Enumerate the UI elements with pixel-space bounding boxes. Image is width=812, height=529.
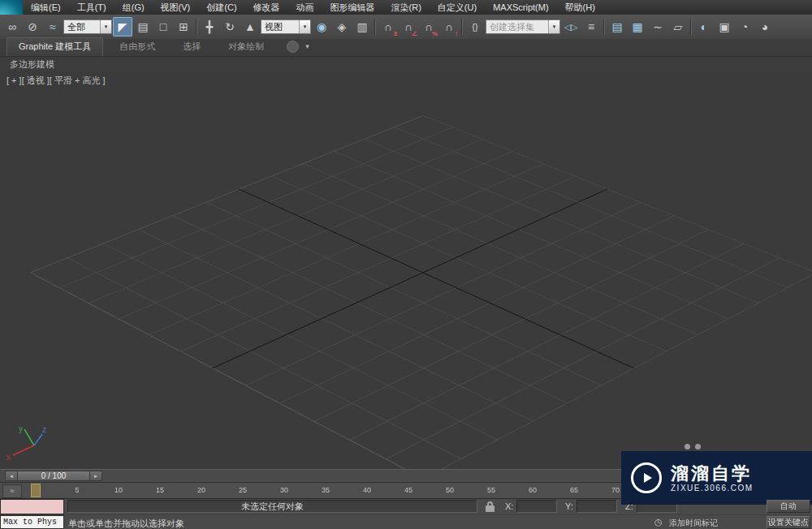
tab-freeform[interactable]: 自由形式 [108, 38, 166, 56]
trackbar-tick: 60 [529, 486, 537, 494]
trackbar-tick: 5 [75, 486, 79, 494]
snaps-toggle-button[interactable]: ∩3 [378, 17, 398, 37]
ribbon-subtab-polygon-modeling[interactable]: 多边形建模 [10, 58, 54, 71]
angle-snap-button[interactable]: ∩∠ [399, 17, 418, 37]
rendered-frame-window-button[interactable]: ◔ [735, 17, 754, 37]
select-and-link-button[interactable]: ∞ [2, 17, 22, 37]
render-production-icon: ◕ [762, 21, 768, 32]
menu-create[interactable]: 创建(C) [198, 0, 244, 15]
menu-tools[interactable]: 工具(T) [69, 0, 114, 15]
application-button[interactable] [0, 0, 23, 15]
graphite-ribbon-toggle-button[interactable]: ▦ [628, 17, 647, 37]
axis-tripod: x y z [5, 424, 49, 464]
menu-edit[interactable]: 编辑(E) [23, 0, 69, 15]
ribbon-options-icon[interactable] [287, 41, 299, 53]
maxscript-mini-listener[interactable]: Max to Phys [0, 515, 64, 529]
current-frame-marker[interactable] [31, 484, 41, 497]
status-bar-row-2: Max to Phys 单击或单击并拖动以选择对象 ◷ 添加时间标记 设置关键点 [0, 514, 812, 529]
time-slider-handle[interactable]: ◄ 0 / 100 ► [5, 471, 102, 481]
chevron-down-icon: ▼ [548, 20, 559, 33]
render-setup-button[interactable]: ▣ [715, 17, 734, 37]
menu-views[interactable]: 视图(V) [153, 0, 199, 15]
home-grid [29, 115, 812, 469]
x-coordinate-field[interactable] [516, 500, 557, 513]
menu-animation[interactable]: 动画 [288, 0, 322, 15]
trackbar-tick: 45 [404, 486, 412, 494]
select-and-manipulate-icon: ◈ [338, 21, 347, 32]
rectangular-selection-region-button[interactable]: □ [153, 17, 173, 37]
snaps-toggle-badge: 3 [394, 31, 397, 37]
menu-graph-editors[interactable]: 图形编辑器 [322, 0, 383, 15]
ribbon-dropdown-caret[interactable]: ▾ [305, 43, 309, 50]
next-frame-icon[interactable]: ► [89, 471, 102, 481]
curve-editor-icon: ∼ [653, 21, 663, 32]
menu-modifiers[interactable]: 修改器 [245, 0, 288, 15]
rendered-frame-window-icon: ◔ [741, 21, 748, 32]
chevron-down-icon: ▼ [100, 20, 111, 33]
select-and-rotate-button[interactable]: ↻ [220, 17, 240, 37]
viewport-label[interactable]: [ + ][ 透视 ][ 平滑 + 高光 ] [6, 75, 106, 87]
selection-filter-dropdown[interactable]: 全部▼ [63, 19, 112, 34]
select-and-move-icon: ╋ [206, 21, 213, 32]
perspective-viewport[interactable]: [ + ][ 透视 ][ 平滑 + 高光 ] x y z [0, 71, 812, 469]
menu-customize[interactable]: 自定义(U) [430, 0, 485, 15]
align-icon: ≡ [588, 21, 594, 32]
reference-coordinate-system-dropdown[interactable]: 视图▼ [261, 19, 311, 34]
add-time-tag-button[interactable]: 添加时间标记 [669, 518, 718, 529]
menu-help[interactable]: 帮助(H) [557, 0, 603, 15]
time-slider-frame-label[interactable]: 0 / 100 [18, 471, 89, 481]
select-and-scale-button[interactable]: ▲ [240, 17, 260, 37]
maxscript-mini-listener-pink[interactable] [0, 499, 64, 514]
schematic-view-button[interactable]: ▱ [668, 17, 688, 37]
toolbar-separator [373, 17, 378, 37]
selection-lock-icon[interactable] [486, 505, 495, 512]
render-production-button[interactable]: ◕ [755, 17, 775, 37]
percent-snap-button[interactable]: ∩% [419, 17, 438, 37]
trackbar-tick: 15 [156, 486, 164, 494]
menu-group[interactable]: 组(G) [114, 0, 153, 15]
bind-to-space-warp-button[interactable]: ≈ [43, 17, 63, 37]
tab-selection[interactable]: 选择 [171, 38, 212, 56]
select-object-button[interactable]: ◤ [113, 17, 132, 37]
select-by-name-button[interactable]: ▤ [133, 17, 153, 37]
select-and-manipulate-button[interactable]: ◈ [332, 17, 352, 37]
y-coordinate-field[interactable] [577, 500, 617, 513]
keyboard-shortcut-override-button[interactable]: ▥ [352, 17, 372, 37]
menu-rendering[interactable]: 渲染(R) [383, 0, 430, 15]
menu-bar: 编辑(E)工具(T)组(G)视图(V)创建(C)修改器动画图形编辑器渲染(R)自… [0, 0, 812, 15]
toolbar-separator [460, 17, 464, 37]
material-editor-button[interactable]: ◐ [694, 17, 714, 37]
spinner-snap-badge: ↕ [455, 31, 458, 37]
time-tag-icon[interactable]: ◷ [654, 517, 663, 527]
spinner-snap-button[interactable]: ∩↕ [439, 17, 459, 37]
manage-layers-button[interactable]: ▤ [607, 17, 627, 37]
use-pivot-point-center-button[interactable]: ◉ [312, 17, 331, 37]
mirror-button[interactable]: ◁▷ [561, 17, 581, 37]
trackbar-tick: 25 [239, 486, 247, 494]
x-axis-line [13, 445, 34, 455]
menu-maxscript[interactable]: MAXScript(M) [485, 1, 556, 14]
set-key-button[interactable]: 设置关键点 [767, 516, 810, 529]
keyboard-shortcut-override-icon: ▥ [356, 21, 367, 32]
ribbon-extras: ▾ [287, 41, 309, 56]
window-crossing-toggle-button[interactable]: ⊞ [174, 17, 193, 37]
named-selection-sets-dropdown[interactable]: 创建选择集▼ [486, 19, 560, 34]
select-and-move-button[interactable]: ╋ [200, 17, 219, 37]
schematic-view-icon: ▱ [674, 21, 683, 32]
auto-key-button[interactable]: 自动 [767, 500, 810, 513]
chevron-down-icon: ▼ [299, 20, 310, 33]
bind-to-space-warp-icon: ≈ [50, 21, 56, 32]
unlink-selection-button[interactable]: ⊘ [23, 17, 42, 37]
tab-graphite-modeling-tools[interactable]: Graphite 建模工具 [6, 37, 103, 56]
main-toolbar: ∞⊘≈全部▼◤▤□⊞╋↻▲视图▼◉◈▥∩3∩∠∩%∩↕{}创建选择集▼◁▷≡▤▦… [0, 15, 812, 40]
render-setup-icon: ▣ [719, 21, 729, 32]
named-selection-sets-value: 创建选择集 [486, 21, 548, 33]
watermark-logo [631, 462, 662, 493]
trackbar-tick: 20 [197, 486, 205, 494]
curve-editor-button[interactable]: ∼ [648, 17, 667, 37]
previous-frame-icon[interactable]: ◄ [5, 471, 18, 481]
align-button[interactable]: ≡ [581, 17, 601, 37]
tab-object-paint[interactable]: 对象绘制 [217, 38, 275, 56]
angle-snap-badge: ∠ [412, 31, 417, 37]
edit-named-selection-sets-button[interactable]: {} [465, 17, 485, 37]
